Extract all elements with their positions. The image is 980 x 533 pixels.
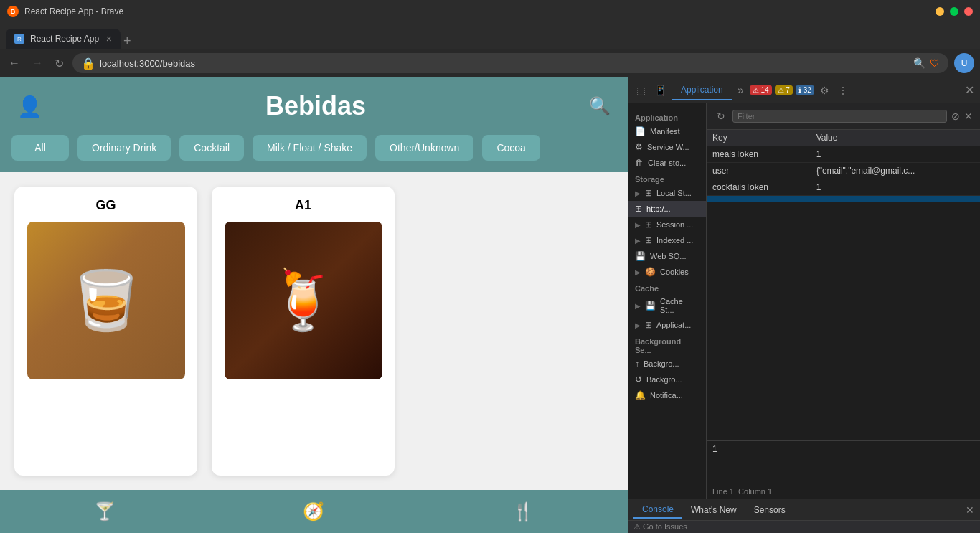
sidebar-item-indexed-db[interactable]: ▶ ⊞ Indexed ...	[628, 232, 706, 248]
cache-storage-icon: 💾	[645, 301, 656, 311]
app-header: 👤 Bebidas 🔍	[0, 77, 628, 135]
lock-icon: 🔒	[81, 57, 95, 70]
bottom-nav-meals[interactable]: 🍴	[512, 501, 534, 522]
sidebar-item-local-storage-http[interactable]: ⊞ http:/...	[628, 201, 706, 217]
sidebar-item-manifest[interactable]: 📄 Manifest	[628, 123, 706, 139]
sidebar-section-background: Background Se...	[628, 333, 706, 356]
forward-button[interactable]: →	[29, 54, 46, 72]
sidebar-section-storage: Storage	[628, 171, 706, 185]
browser-chrome: B React Recipe App - Brave R React Recip…	[0, 0, 980, 77]
table-cell-key: mealsToken	[707, 146, 811, 163]
devtools-bottom-tab-console[interactable]: Console	[633, 501, 682, 519]
bottom-nav-explore[interactable]: 🧭	[303, 501, 324, 522]
table-row[interactable]: mealsToken 1	[707, 146, 980, 163]
user-icon[interactable]: 👤	[17, 95, 42, 118]
devtools-bottom-tab-sensors[interactable]: Sensors	[745, 502, 794, 518]
table-row[interactable]: user {"email":"email@gmail.c...	[707, 163, 980, 179]
drink-card-title-a1: A1	[295, 198, 311, 213]
filter-milk-float-shake[interactable]: Milk / Float / Shake	[253, 135, 367, 161]
address-bar-input-wrap: 🔒 🔍 🛡	[72, 53, 948, 73]
manifest-icon: 📄	[635, 126, 646, 136]
filter-other-unknown[interactable]: Other/Unknown	[375, 135, 473, 161]
table-cell-value: 1	[811, 179, 980, 196]
local-storage-http-icon: ⊞	[635, 204, 642, 214]
browser-tab[interactable]: R React Recipe App ×	[6, 29, 121, 49]
sidebar-section-application: Application	[628, 109, 706, 123]
storage-filter-input[interactable]	[732, 110, 947, 123]
bottom-nav-drinks[interactable]: 🍸	[94, 501, 116, 522]
table-cell-key: user	[707, 163, 811, 179]
sidebar-item-cache-storage[interactable]: ▶ 💾 Cache St...	[628, 294, 706, 317]
close-button[interactable]	[964, 7, 973, 16]
notifications-icon: 🔔	[635, 390, 646, 400]
sidebar-item-cookies[interactable]: ▶ 🍪 Cookies	[628, 264, 706, 280]
tab-title: React Recipe App	[30, 34, 100, 44]
filter-all[interactable]: All	[11, 135, 69, 161]
table-cell-value-empty	[811, 196, 980, 202]
sidebar-item-background-sync[interactable]: ↺ Backgro...	[628, 372, 706, 387]
sidebar-item-background-fetch[interactable]: ↑ Backgro...	[628, 356, 706, 372]
local-storage-icon: ⊞	[645, 188, 652, 198]
background-sync-icon: ↺	[635, 374, 642, 385]
minimize-button[interactable]	[936, 7, 944, 16]
drink-card-a1[interactable]: A1	[212, 187, 395, 476]
filter-ordinary-drink[interactable]: Ordinary Drink	[77, 135, 171, 161]
expand-icon-cache: ▶	[635, 302, 641, 310]
devtools-bottom-tab-whats-new[interactable]: What's New	[682, 502, 745, 518]
table-row-selected[interactable]	[707, 196, 980, 202]
title-bar-left: B React Recipe App - Brave	[7, 6, 123, 17]
storage-table: Key Value mealsToken 1 user {"emai	[707, 130, 980, 202]
web-sql-icon: 💾	[635, 251, 646, 261]
storage-value-preview: 1	[707, 440, 980, 484]
filter-cocktail[interactable]: Cocktail	[179, 135, 244, 161]
drink-card-title-gg: GG	[95, 198, 116, 213]
devtools-more-options-icon[interactable]: ⋮	[835, 82, 851, 99]
sidebar-item-session-storage[interactable]: ▶ ⊞ Session ...	[628, 217, 706, 232]
drink-card-image-gg	[27, 222, 185, 379]
address-bar: ← → ↻ 🔒 🔍 🛡 U	[0, 49, 980, 77]
filter-x-button[interactable]: ✕	[964, 110, 973, 122]
sidebar-item-service-worker[interactable]: ⚙ Service W...	[628, 139, 706, 155]
refresh-button[interactable]: ↻	[52, 54, 67, 73]
devtools-more-tabs-button[interactable]: »	[735, 81, 747, 100]
line-info: Line 1, Column 1	[707, 484, 980, 499]
app-panel-filter-header: ↻ ⊘ ✕	[707, 103, 980, 130]
expand-icon-indexed: ▶	[635, 237, 641, 245]
sidebar-item-application-cache[interactable]: ▶ ⊞ Applicat...	[628, 317, 706, 333]
devtools-tab-application[interactable]: Application	[672, 80, 732, 100]
app-panel-main: ↻ ⊘ ✕ Key Value	[707, 103, 980, 499]
table-row[interactable]: cocktailsToken 1	[707, 179, 980, 196]
devtools-toolbar: ⬚ 📱 Application » ⚠ 14 ⚠ 7 ℹ 32 ⚙ ⋮ ✕	[628, 77, 980, 103]
devtools-close-button[interactable]: ✕	[965, 83, 974, 97]
devtools-cursor-icon[interactable]: ⬚	[633, 82, 649, 99]
tab-close-button[interactable]: ×	[106, 33, 112, 44]
window-title: React Recipe App - Brave	[24, 6, 123, 16]
devtools-settings-icon[interactable]: ⚙	[817, 82, 832, 99]
table-cell-value: {"email":"email@gmail.c...	[811, 163, 980, 179]
address-input[interactable]	[100, 58, 909, 69]
go-to-issues[interactable]: ⚠ Go to Issues	[633, 522, 687, 531]
maximize-button[interactable]	[950, 7, 958, 16]
filter-clear-button[interactable]: ⊘	[951, 110, 960, 122]
filter-cocoa[interactable]: Cocoa	[482, 135, 540, 161]
refresh-storage-button[interactable]: ↻	[714, 108, 728, 125]
sidebar-item-local-storage[interactable]: ▶ ⊞ Local St...	[628, 185, 706, 201]
drink-card-image-a1	[225, 222, 382, 379]
devtools-bottom-close-button[interactable]: ✕	[966, 504, 974, 516]
sidebar-item-clear-storage[interactable]: 🗑 Clear sto...	[628, 155, 706, 171]
window-controls	[936, 7, 973, 16]
profile-button[interactable]: U	[954, 53, 974, 73]
sidebar-item-web-sql[interactable]: 💾 Web SQ...	[628, 248, 706, 264]
devtools-device-icon[interactable]: 📱	[651, 82, 669, 99]
new-tab-button[interactable]: +	[123, 34, 131, 49]
line-column-info: Line 1, Column 1	[712, 487, 772, 496]
search-icon[interactable]: 🔍	[589, 96, 611, 116]
indexed-db-icon: ⊞	[645, 235, 652, 245]
main-layout: 👤 Bebidas 🔍 All Ordinary Drink Cocktail …	[0, 77, 980, 533]
app-content: 👤 Bebidas 🔍 All Ordinary Drink Cocktail …	[0, 77, 628, 533]
sidebar-item-notifications[interactable]: 🔔 Notifica...	[628, 387, 706, 403]
col-header-value: Value	[811, 130, 980, 146]
service-worker-icon: ⚙	[635, 142, 643, 152]
drink-card-gg[interactable]: GG	[14, 187, 197, 476]
back-button[interactable]: ←	[6, 54, 23, 72]
